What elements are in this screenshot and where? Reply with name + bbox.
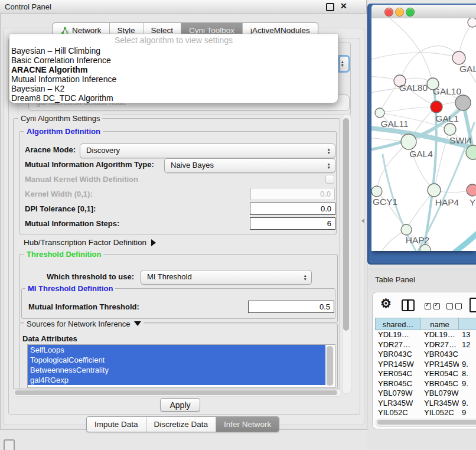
tab-impute-data[interactable]: Impute Data	[87, 417, 146, 432]
table-cell[interactable]: YLR345W	[375, 399, 421, 409]
table-cell[interactable]: YDL19…	[421, 330, 459, 340]
scrollbar-thumb[interactable]	[343, 118, 349, 331]
splitter-collapse-arrow[interactable]	[361, 219, 364, 223]
table-row[interactable]: YPR145WYPR145W9.	[375, 360, 476, 370]
network-node-gcy1[interactable]	[371, 186, 382, 197]
close-icon[interactable]: ✕	[340, 1, 347, 11]
table-cell[interactable]: YIL052C	[375, 408, 421, 418]
network-node-gal11[interactable]	[375, 108, 384, 118]
list-item[interactable]: SelfLoops	[28, 345, 325, 355]
table-cell[interactable]: 8.	[459, 369, 476, 379]
mi-threshold-field[interactable]: 0.5	[248, 301, 334, 313]
hub-definition-toggle[interactable]: Hub/Transcription Factor Definition	[24, 238, 156, 247]
table-row[interactable]: YLR345WYLR345W9.	[375, 399, 476, 409]
aracne-mode-combo[interactable]: Discovery ▲▼	[80, 144, 335, 158]
list-item[interactable]: gal4RGexp	[28, 375, 325, 385]
table-cell[interactable]: YDL19…	[375, 330, 421, 340]
table-cell[interactable]	[459, 350, 476, 360]
network-edge[interactable]	[380, 107, 436, 113]
table-row[interactable]: YDR27…YDR27…12	[375, 340, 476, 350]
network-node[interactable]	[455, 95, 471, 110]
scrollbar-thumb[interactable]	[15, 390, 337, 395]
algorithm-option[interactable]: Bayesian – Hill Climbing	[9, 46, 338, 56]
table-cell[interactable]: YBL079W	[375, 389, 421, 399]
table-cell[interactable]: YBL079W	[421, 389, 459, 399]
table-cell[interactable]: 9.	[459, 360, 476, 370]
settings-horizontal-scrollbar[interactable]	[13, 389, 341, 397]
network-canvas[interactable]: GALGAL80GAL10GAL1GAL11SWI4GAL4GCY1HAP4YH…	[371, 18, 476, 251]
table-cell[interactable]: YBR045C	[421, 379, 459, 389]
column-header[interactable]: shared…	[375, 318, 421, 330]
data-attributes-list[interactable]: SelfLoops TopologicalCoefficient Between…	[27, 344, 335, 388]
network-edge[interactable]	[377, 142, 409, 191]
table-cell[interactable]: 9.	[459, 379, 476, 389]
scrollbar-thumb[interactable]	[377, 420, 476, 425]
table-cell[interactable]: YLR345W	[421, 399, 459, 409]
network-node-hap2[interactable]	[401, 224, 412, 235]
dpi-tolerance-field[interactable]: 0.0	[250, 203, 335, 215]
algorithm-option[interactable]: Basic Correlation Inference	[9, 56, 338, 65]
tab-infer-network[interactable]: Infer Network	[216, 417, 279, 432]
network-node[interactable]	[466, 145, 476, 159]
network-node[interactable]	[468, 18, 476, 27]
list-item[interactable]: BetweennessCentrality	[28, 365, 325, 375]
table-cell[interactable]	[459, 389, 476, 399]
sources-toggle[interactable]: Sources for Network Inference	[24, 319, 144, 328]
table-cell[interactable]: 9.	[459, 399, 476, 409]
table-cell[interactable]: 9	[459, 408, 476, 418]
mi-type-combo[interactable]: Naive Bayes ▲▼	[164, 158, 335, 173]
algorithm-option[interactable]: Dream8 DC_TDC Algorithm	[9, 93, 338, 103]
unchecked-boxes-icon[interactable]	[446, 303, 462, 309]
table-cell[interactable]: 13	[459, 330, 476, 340]
apply-button[interactable]: Apply	[160, 398, 200, 412]
algorithm-combo-arrows[interactable]: ▲▼	[338, 55, 350, 73]
table-horizontal-scrollbar[interactable]	[376, 419, 476, 427]
tab-discretize-data[interactable]: Discretize Data	[146, 417, 216, 432]
kernel-width-field[interactable]: 0.0	[250, 188, 335, 200]
scrollbar-thumb[interactable]	[327, 346, 333, 386]
table-cell[interactable]: YDR27…	[421, 340, 459, 350]
table-cell[interactable]: 12	[459, 340, 476, 350]
which-threshold-combo[interactable]: MI Threshold ▲▼	[141, 270, 312, 285]
table-row[interactable]: YDL19…YDL19…13	[375, 330, 476, 340]
table-cell[interactable]: YPR145W	[375, 360, 421, 370]
gear-icon[interactable]: ⚙	[380, 297, 392, 309]
minimize-traffic-light[interactable]	[395, 8, 404, 17]
list-item[interactable]: TopologicalCoefficient	[28, 355, 325, 365]
network-edge[interactable]	[400, 46, 459, 81]
table-row[interactable]: YER054CYER054C8.	[375, 369, 476, 379]
table-row[interactable]: YBR043CYBR043C	[375, 350, 476, 360]
float-window-icon[interactable]	[326, 3, 334, 11]
table-cell[interactable]: YER054C	[421, 369, 459, 379]
network-graph[interactable]: GALGAL80GAL10GAL1GAL11SWI4GAL4GCY1HAP4YH…	[371, 18, 476, 251]
table-row[interactable]: YBL079WYBL079W	[375, 389, 476, 399]
table-cell[interactable]: YBR045C	[375, 379, 421, 389]
table-cell[interactable]: YER054C	[375, 369, 421, 379]
settings-vertical-scrollbar[interactable]	[342, 114, 351, 394]
list-scrollbar[interactable]	[325, 345, 334, 386]
close-traffic-light[interactable]	[384, 8, 393, 17]
checked-boxes-icon[interactable]	[425, 303, 440, 309]
column-header[interactable]	[459, 318, 476, 330]
table-cell[interactable]: YIL052C	[421, 408, 459, 418]
network-edge[interactable]	[371, 53, 459, 63]
network-node-swi4[interactable]	[444, 123, 456, 135]
table-cell[interactable]: YPR145W	[421, 360, 459, 370]
mi-steps-field[interactable]: 6	[250, 217, 335, 230]
table-row[interactable]: YBR045CYBR045C9.	[375, 379, 476, 389]
network-node-gal1[interactable]	[431, 101, 442, 113]
manual-kernel-checkbox[interactable]	[325, 175, 334, 184]
network-node-y[interactable]	[467, 184, 476, 196]
column-header[interactable]: name	[421, 318, 459, 330]
algorithm-option[interactable]: Bayesian – K2	[9, 84, 338, 93]
network-edge[interactable]	[390, 18, 433, 84]
network-node-hap4[interactable]	[428, 184, 441, 197]
minimized-panel-icon[interactable]	[4, 439, 15, 450]
table-cell[interactable]: YBR043C	[375, 350, 421, 360]
table-cell[interactable]: YBR043C	[421, 350, 459, 360]
document-icon[interactable]	[470, 298, 476, 312]
network-edge[interactable]	[446, 231, 476, 251]
table-cell[interactable]: YDR27…	[375, 340, 421, 350]
algorithm-option[interactable]: Mutual Information Inference	[9, 74, 338, 84]
network-node-gal[interactable]	[452, 51, 465, 64]
